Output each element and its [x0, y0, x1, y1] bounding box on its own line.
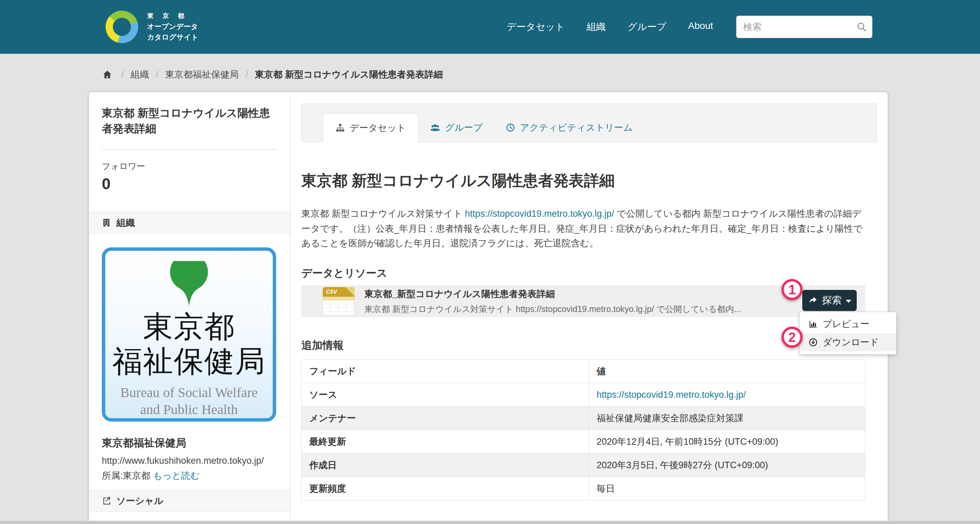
table-row-frequency: 更新頻度 毎日: [302, 477, 865, 500]
table-row-last-updated: 最終更新 2020年12月4日, 午前10時15分 (UTC+09:00): [302, 430, 865, 454]
menu-item-preview[interactable]: プレビュー: [800, 315, 896, 333]
description-link[interactable]: https://stopcovid19.metro.tokyo.lg.jp/: [465, 209, 614, 219]
bar-chart-icon: [808, 319, 818, 329]
field-last-updated: 最終更新: [302, 430, 589, 454]
organization-section-header: 組織: [89, 212, 290, 234]
value-source-link[interactable]: https://stopcovid19.metro.tokyo.lg.jp/: [597, 390, 746, 400]
additional-info-table: フィールド 値 ソース https://stopcovid19.metro.to…: [301, 359, 865, 500]
logo-line1: 東京都: [147, 11, 198, 21]
breadcrumb-separator: /: [156, 70, 159, 80]
field-source: ソース: [302, 383, 589, 406]
read-more-link[interactable]: もっと読む: [153, 471, 200, 481]
share-icon: [102, 496, 111, 505]
sitemap-icon: [336, 123, 345, 133]
logo-text: 東京都 オープンデータ カタログサイト: [147, 11, 198, 43]
nav-item-organizations[interactable]: 組織: [587, 21, 606, 33]
bottom-edge-band: [0, 521, 980, 524]
sidebar: 東京都 新型コロナウイルス陽性患者発表詳細 フォロワー 0 組織 東京都 福祉保…: [89, 92, 290, 524]
logo-line3: カタログサイト: [147, 32, 198, 43]
nav-link-datasets[interactable]: データセット: [507, 21, 565, 32]
value-last-updated: 2020年12月4日, 午前10時15分 (UTC+09:00): [589, 430, 865, 454]
sidebar-dataset-title: 東京都 新型コロナウイルス陽性患者発表詳細: [89, 92, 290, 137]
tab-groups[interactable]: グループ: [418, 113, 494, 142]
resource-text: 東京都_新型コロナウイルス陽性患者発表詳細 東京都 新型コロナウイルス対策サイト…: [364, 288, 741, 315]
resources-heading: データとリソース: [301, 266, 877, 280]
affiliation-text: 所属:東京都: [102, 471, 151, 481]
resource-title: 東京都_新型コロナウイルス陽性患者発表詳細: [364, 288, 741, 300]
social-section-label: ソーシャル: [116, 495, 164, 507]
field-created: 作成日: [302, 454, 589, 477]
breadcrumb-separator: /: [245, 70, 248, 80]
value-maintainer: 福祉保健局健康安全部感染症対策課: [589, 406, 865, 430]
resource-description: 東京都 新型コロナウイルス対策サイト https://stopcovid19.m…: [364, 303, 741, 315]
users-icon: [430, 122, 440, 133]
search-input[interactable]: [736, 16, 872, 38]
table-row-maintainer: メンテナー 福祉保健局健康安全部感染症対策課: [302, 406, 865, 430]
menu-item-preview-label: プレビュー: [822, 318, 870, 330]
organization-affiliation: 所属:東京都 もっと読む: [102, 470, 277, 482]
explore-button[interactable]: 探索: [802, 290, 857, 311]
caret-down-icon: [846, 300, 851, 303]
breadcrumb-separator: /: [121, 70, 124, 80]
organization-name: 東京都福祉保健局: [102, 436, 277, 450]
value-frequency: 毎日: [589, 477, 865, 500]
tab-activity-label: アクティビティストリーム: [520, 121, 633, 134]
annotation-badge-1: 1: [781, 279, 803, 300]
nav-item-datasets[interactable]: データセット: [507, 21, 565, 33]
followers-block: フォロワー 0: [89, 150, 290, 212]
breadcrumb-current: 東京都 新型コロナウイルス陽性患者発表詳細: [255, 68, 443, 81]
nav-item-groups[interactable]: グループ: [628, 21, 667, 33]
breadcrumb: / 組織 / 東京都福祉保健局 / 東京都 新型コロナウイルス陽性患者発表詳細: [102, 64, 980, 85]
annotation-2-number: 2: [788, 330, 796, 345]
nav-right: データセット 組織 グループ About: [507, 16, 872, 38]
value-created: 2020年3月5日, 午後9時27分 (UTC+09:00): [589, 454, 865, 477]
explore-dropdown-menu: プレビュー ダウンロード: [799, 312, 897, 354]
csv-file-icon: CSV: [323, 287, 355, 315]
organization-url: http://www.fukushihoken.metro.tokyo.jp/: [102, 456, 277, 466]
organization-section-label: 組織: [116, 217, 135, 229]
social-section-header: ソーシャル: [89, 490, 290, 512]
organization-logo[interactable]: 東京都 福祉保健局 Bureau of Social Welfare and P…: [102, 248, 276, 422]
home-icon[interactable]: [102, 70, 112, 79]
tab-strip: データセット グループ アクティビティストリーム: [301, 103, 877, 143]
nav-link-groups[interactable]: グループ: [628, 21, 667, 32]
followers-label: フォロワー: [102, 160, 277, 172]
annotation-1-number: 1: [788, 282, 796, 297]
table-row-created: 作成日 2020年3月5日, 午後9時27分 (UTC+09:00): [302, 454, 865, 477]
tab-activity-stream[interactable]: アクティビティストリーム: [494, 113, 644, 142]
nav-link-about[interactable]: About: [688, 21, 713, 31]
org-logo-en: Bureau of Social Welfare and Public Heal…: [120, 384, 258, 418]
dataset-description: 東京都 新型コロナウイルス対策サイト https://stopcovid19.m…: [301, 206, 865, 251]
tab-dataset[interactable]: データセット: [323, 113, 418, 143]
download-icon: [808, 338, 818, 347]
logo-ring-icon: [105, 11, 138, 43]
site-logo[interactable]: 東京都 オープンデータ カタログサイト: [105, 11, 198, 43]
page-title: 東京都 新型コロナウイルス陽性患者発表詳細: [301, 170, 877, 191]
menu-item-download-label: ダウンロード: [822, 336, 879, 348]
menu-item-download[interactable]: ダウンロード: [800, 333, 896, 351]
resource-item[interactable]: CSV 東京都_新型コロナウイルス陽性患者発表詳細 東京都 新型コロナウイルス対…: [301, 285, 865, 317]
breadcrumb-org[interactable]: 東京都福祉保健局: [165, 68, 239, 81]
nav-link-organizations[interactable]: 組織: [587, 21, 606, 32]
tab-dataset-label: データセット: [350, 122, 406, 134]
nav-item-about[interactable]: About: [688, 21, 713, 33]
explore-button-label: 探索: [822, 294, 842, 307]
table-row-source: ソース https://stopcovid19.metro.tokyo.lg.j…: [302, 383, 865, 406]
org-logo-en2: and Public Health: [120, 401, 258, 418]
nav-links: データセット 組織 グループ About: [507, 21, 713, 33]
breadcrumb-organizations[interactable]: 組織: [131, 68, 149, 81]
table-header-row: フィールド 値: [302, 360, 865, 383]
logo-line2: オープンデータ: [147, 21, 198, 32]
csv-grid: [323, 297, 355, 315]
description-pre: 東京都 新型コロナウイルス対策サイト: [301, 209, 465, 219]
annotation-badge-2: 2: [781, 327, 803, 348]
clock-icon: [506, 123, 515, 132]
resources-section: CSV 東京都_新型コロナウイルス陽性患者発表詳細 東京都 新型コロナウイルス対…: [301, 285, 865, 317]
col-header-value: 値: [589, 360, 865, 383]
org-logo-jp: 東京都 福祉保健局: [112, 309, 266, 379]
search-icon[interactable]: [856, 21, 867, 32]
followers-count: 0: [102, 175, 277, 193]
ginkgo-leaf-icon: [153, 261, 225, 307]
org-logo-jp1: 東京都: [112, 309, 266, 344]
search-box: [736, 16, 872, 38]
